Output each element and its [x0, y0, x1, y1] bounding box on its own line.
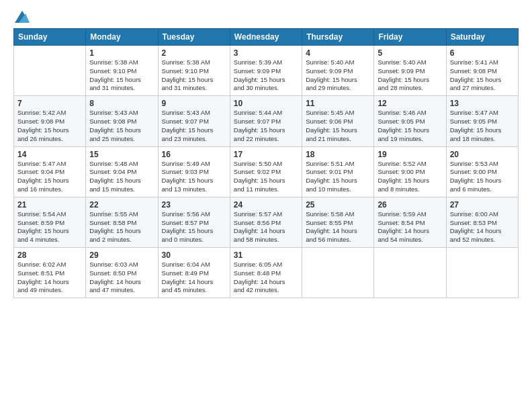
day-info: Sunrise: 5:39 AM Sunset: 9:09 PM Dayligh…: [234, 58, 298, 93]
calendar-cell: 20Sunrise: 5:53 AM Sunset: 9:00 PM Dayli…: [446, 146, 518, 197]
day-info: Sunrise: 5:38 AM Sunset: 9:10 PM Dayligh…: [162, 58, 226, 93]
day-number: 4: [306, 48, 370, 58]
day-number: 17: [234, 150, 298, 159]
day-number: 25: [306, 200, 370, 210]
col-thursday: Thursday: [302, 29, 374, 46]
calendar-cell: [302, 248, 374, 298]
calendar-week-row: 1Sunrise: 5:38 AM Sunset: 9:10 PM Daylig…: [14, 46, 519, 96]
col-tuesday: Tuesday: [158, 29, 230, 46]
day-info: Sunrise: 5:50 AM Sunset: 9:02 PM Dayligh…: [234, 160, 298, 194]
day-info: Sunrise: 5:44 AM Sunset: 9:07 PM Dayligh…: [234, 109, 298, 143]
calendar-cell: 7Sunrise: 5:42 AM Sunset: 9:08 PM Daylig…: [14, 96, 86, 146]
day-number: 23: [162, 200, 226, 210]
calendar-cell: 30Sunrise: 6:04 AM Sunset: 8:49 PM Dayli…: [158, 248, 230, 298]
day-info: Sunrise: 5:42 AM Sunset: 9:08 PM Dayligh…: [17, 109, 82, 143]
calendar-cell: 29Sunrise: 6:03 AM Sunset: 8:50 PM Dayli…: [86, 248, 158, 298]
day-info: Sunrise: 5:54 AM Sunset: 8:59 PM Dayligh…: [17, 210, 82, 244]
calendar-cell: 5Sunrise: 5:40 AM Sunset: 9:09 PM Daylig…: [374, 46, 446, 96]
day-info: Sunrise: 5:58 AM Sunset: 8:55 PM Dayligh…: [306, 210, 370, 244]
day-number: 8: [89, 99, 154, 108]
day-number: 22: [89, 200, 154, 210]
calendar-week-row: 21Sunrise: 5:54 AM Sunset: 8:59 PM Dayli…: [14, 197, 519, 247]
calendar-cell: 3Sunrise: 5:39 AM Sunset: 9:09 PM Daylig…: [230, 46, 302, 96]
col-monday: Monday: [86, 29, 158, 46]
calendar-cell: 2Sunrise: 5:38 AM Sunset: 9:10 PM Daylig…: [158, 46, 230, 96]
day-info: Sunrise: 6:03 AM Sunset: 8:50 PM Dayligh…: [89, 261, 154, 295]
calendar-cell: 25Sunrise: 5:58 AM Sunset: 8:55 PM Dayli…: [302, 197, 374, 247]
calendar-cell: 9Sunrise: 5:43 AM Sunset: 9:07 PM Daylig…: [158, 96, 230, 146]
day-number: 1: [89, 48, 154, 58]
day-number: 21: [17, 200, 82, 210]
calendar-cell: 27Sunrise: 6:00 AM Sunset: 8:53 PM Dayli…: [446, 197, 518, 247]
col-saturday: Saturday: [446, 29, 518, 46]
day-info: Sunrise: 5:41 AM Sunset: 9:08 PM Dayligh…: [450, 58, 515, 93]
col-wednesday: Wednesday: [230, 29, 302, 46]
day-number: 10: [234, 99, 298, 108]
day-number: 16: [162, 150, 226, 159]
day-info: Sunrise: 5:38 AM Sunset: 9:10 PM Dayligh…: [89, 58, 154, 93]
col-friday: Friday: [374, 29, 446, 46]
calendar-cell: 10Sunrise: 5:44 AM Sunset: 9:07 PM Dayli…: [230, 96, 302, 146]
day-number: 30: [162, 250, 226, 260]
logo-icon: [15, 11, 30, 23]
day-info: Sunrise: 5:57 AM Sunset: 8:56 PM Dayligh…: [234, 210, 298, 244]
calendar-cell: 16Sunrise: 5:49 AM Sunset: 9:03 PM Dayli…: [158, 146, 230, 197]
logo: [13, 11, 30, 23]
day-info: Sunrise: 5:55 AM Sunset: 8:58 PM Dayligh…: [89, 210, 154, 244]
calendar-cell: 13Sunrise: 5:47 AM Sunset: 9:05 PM Dayli…: [446, 96, 518, 146]
calendar-week-row: 7Sunrise: 5:42 AM Sunset: 9:08 PM Daylig…: [14, 96, 519, 146]
day-info: Sunrise: 5:43 AM Sunset: 9:07 PM Dayligh…: [162, 109, 226, 143]
day-info: Sunrise: 5:43 AM Sunset: 9:08 PM Dayligh…: [89, 109, 154, 143]
day-info: Sunrise: 6:02 AM Sunset: 8:51 PM Dayligh…: [17, 261, 82, 295]
page: Sunday Monday Tuesday Wednesday Thursday…: [0, 0, 532, 411]
day-number: 31: [234, 250, 298, 260]
day-info: Sunrise: 5:47 AM Sunset: 9:05 PM Dayligh…: [450, 109, 515, 143]
calendar-week-row: 14Sunrise: 5:47 AM Sunset: 9:04 PM Dayli…: [14, 146, 519, 197]
day-number: 11: [306, 99, 370, 108]
header: [13, 11, 519, 23]
calendar-cell: 14Sunrise: 5:47 AM Sunset: 9:04 PM Dayli…: [14, 146, 86, 197]
day-info: Sunrise: 6:00 AM Sunset: 8:53 PM Dayligh…: [450, 210, 515, 244]
calendar-cell: 1Sunrise: 5:38 AM Sunset: 9:10 PM Daylig…: [86, 46, 158, 96]
day-number: 14: [17, 150, 82, 159]
day-number: 19: [378, 150, 442, 159]
day-number: 28: [17, 250, 82, 260]
day-number: 18: [306, 150, 370, 159]
calendar-cell: 8Sunrise: 5:43 AM Sunset: 9:08 PM Daylig…: [86, 96, 158, 146]
calendar-header-row: Sunday Monday Tuesday Wednesday Thursday…: [14, 29, 519, 46]
calendar-cell: 11Sunrise: 5:45 AM Sunset: 9:06 PM Dayli…: [302, 96, 374, 146]
calendar-cell: 4Sunrise: 5:40 AM Sunset: 9:09 PM Daylig…: [302, 46, 374, 96]
day-info: Sunrise: 5:56 AM Sunset: 8:57 PM Dayligh…: [162, 210, 226, 244]
day-info: Sunrise: 5:59 AM Sunset: 8:54 PM Dayligh…: [378, 210, 442, 244]
day-number: 26: [378, 200, 442, 210]
day-number: 15: [89, 150, 154, 159]
day-number: 12: [378, 99, 442, 108]
day-info: Sunrise: 6:05 AM Sunset: 8:48 PM Dayligh…: [234, 261, 298, 295]
day-info: Sunrise: 5:46 AM Sunset: 9:05 PM Dayligh…: [378, 109, 442, 143]
day-number: 3: [234, 48, 298, 58]
day-info: Sunrise: 5:47 AM Sunset: 9:04 PM Dayligh…: [17, 160, 82, 194]
day-info: Sunrise: 6:04 AM Sunset: 8:49 PM Dayligh…: [162, 261, 226, 295]
calendar-cell: 21Sunrise: 5:54 AM Sunset: 8:59 PM Dayli…: [14, 197, 86, 247]
calendar-cell: 19Sunrise: 5:52 AM Sunset: 9:00 PM Dayli…: [374, 146, 446, 197]
day-info: Sunrise: 5:52 AM Sunset: 9:00 PM Dayligh…: [378, 160, 442, 194]
calendar-cell: 17Sunrise: 5:50 AM Sunset: 9:02 PM Dayli…: [230, 146, 302, 197]
calendar-cell: 18Sunrise: 5:51 AM Sunset: 9:01 PM Dayli…: [302, 146, 374, 197]
calendar-cell: 22Sunrise: 5:55 AM Sunset: 8:58 PM Dayli…: [86, 197, 158, 247]
col-sunday: Sunday: [14, 29, 86, 46]
day-number: 9: [162, 99, 226, 108]
day-info: Sunrise: 5:40 AM Sunset: 9:09 PM Dayligh…: [378, 58, 442, 93]
calendar-cell: 15Sunrise: 5:48 AM Sunset: 9:04 PM Dayli…: [86, 146, 158, 197]
calendar-cell: 28Sunrise: 6:02 AM Sunset: 8:51 PM Dayli…: [14, 248, 86, 298]
calendar-cell: 23Sunrise: 5:56 AM Sunset: 8:57 PM Dayli…: [158, 197, 230, 247]
day-number: 24: [234, 200, 298, 210]
calendar-cell: 24Sunrise: 5:57 AM Sunset: 8:56 PM Dayli…: [230, 197, 302, 247]
day-info: Sunrise: 5:45 AM Sunset: 9:06 PM Dayligh…: [306, 109, 370, 143]
calendar-cell: [446, 248, 518, 298]
day-info: Sunrise: 5:51 AM Sunset: 9:01 PM Dayligh…: [306, 160, 370, 194]
calendar-cell: 6Sunrise: 5:41 AM Sunset: 9:08 PM Daylig…: [446, 46, 518, 96]
day-info: Sunrise: 5:49 AM Sunset: 9:03 PM Dayligh…: [162, 160, 226, 194]
calendar-cell: [374, 248, 446, 298]
calendar-table: Sunday Monday Tuesday Wednesday Thursday…: [13, 28, 519, 298]
day-number: 6: [450, 48, 515, 58]
